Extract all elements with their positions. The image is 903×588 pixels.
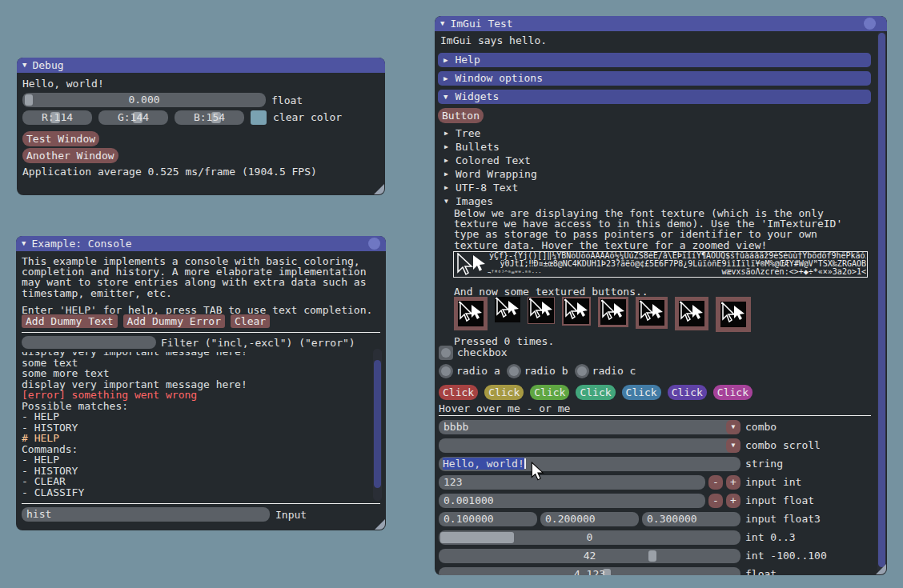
image-button[interactable] [636,297,668,329]
expand-arrow-icon: ▶ [444,140,450,154]
float-slider-2[interactable]: 4.123 [439,567,740,575]
image-button[interactable] [528,297,555,324]
float3-field[interactable]: 0.100000 [439,512,537,526]
collapsing-header[interactable]: ▶Window options [438,71,871,86]
log-line: # HELP [22,433,369,444]
test-window-button[interactable]: Test Window [22,131,99,146]
log-line: some more text [22,368,369,379]
string-input[interactable]: Hello, world! [439,457,740,471]
click-buttons: ClickClickClickClickClickClickClick [439,385,759,400]
increment-button[interactable]: + [726,494,740,508]
decrement-button[interactable]: - [708,475,723,490]
decrement-button[interactable]: - [708,494,723,508]
collapse-arrow-icon[interactable]: ▼ [22,236,26,251]
console-action-button[interactable]: Add Dummy Error [123,314,225,328]
collapse-arrow-icon[interactable]: ▼ [22,58,26,73]
int-input[interactable]: 123 [439,475,705,490]
log-line: [error] something went wrong [22,390,369,401]
click-button[interactable]: Click [576,385,615,400]
tree-node[interactable]: ▶Bullets [439,140,537,154]
int-slider[interactable]: 0 [439,530,740,545]
hello-text: Hello, world! [22,78,104,90]
tree-node-label: Tree [456,126,480,140]
radio-item[interactable]: radio c [575,364,636,378]
rgb-r-drag[interactable]: R:114 [22,110,92,125]
scrollbar-grab[interactable] [374,360,381,488]
image-button[interactable] [562,297,591,326]
another-window-button[interactable]: Another Window [22,148,118,163]
radio-label: radio a [456,364,500,378]
click-button[interactable]: Click [713,385,752,400]
scrollbar-grab[interactable] [878,33,885,567]
resize-grip[interactable] [374,184,384,194]
close-button[interactable] [368,238,380,250]
tree-node[interactable]: ▼Images [439,194,537,208]
tree-node[interactable]: ▶UTF-8 Text [439,181,537,194]
separator [22,332,380,333]
float-label: float [271,95,303,106]
test-scrollbar[interactable] [877,31,886,574]
click-button[interactable]: Click [530,385,569,400]
console-action-button[interactable]: Add Dummy Text [22,314,118,328]
int-slider-2-label: int -100..100 [745,549,827,563]
combo-box[interactable]: bbbb ▼ [439,420,740,434]
float-slider[interactable]: 0.000 [22,93,266,107]
click-button[interactable]: Click [668,385,707,400]
float3-label: input float3 [745,512,821,526]
texture-dot [721,302,723,304]
radio-circle[interactable] [507,364,521,378]
combo-arrow-button[interactable]: ▼ [726,420,740,434]
resize-grip[interactable] [375,519,385,530]
description-line: texture data. Hover the texture for a zo… [454,240,842,250]
increment-button[interactable]: + [726,475,740,490]
console-input[interactable]: hist [22,507,270,522]
radio-circle[interactable] [439,364,453,378]
combo-scroll-value [439,438,740,453]
console-scrollbar[interactable] [373,349,382,501]
radio-label: radio c [592,364,636,378]
collapsing-header[interactable]: ▼Widgets [438,90,871,104]
tree-node[interactable]: ▶Colored Text [439,154,537,167]
expand-arrow-icon: ▶ [444,181,450,194]
button-widget[interactable]: Button [438,108,484,123]
pressed-text: Pressed 0 times. [454,336,554,347]
tree-node-label: Word Wrapping [456,167,537,181]
collapsing-header[interactable]: ▶Help [438,53,871,67]
console-title-bar[interactable]: ▼ Example: Console [16,236,386,251]
float3-field[interactable]: 0.200000 [540,512,639,526]
float3-field[interactable]: 0.300000 [642,512,740,526]
combo-arrow-button[interactable]: ▼ [726,438,740,453]
debug-title-bar[interactable]: ▼ Debug [17,58,385,73]
header-label: Help [455,53,480,67]
close-button[interactable] [864,18,876,30]
image-button[interactable] [675,297,708,330]
tree-node[interactable]: ▶Tree [439,126,537,140]
font-texture-image[interactable]: ýÇf}-{Ÿj()[]‖¼ÝBÑòÙõóÃÂÀÄô½¼ÙúŽŠ8éÊ/â\ÈÞ… [453,251,868,278]
radio-circle[interactable] [575,364,589,378]
filter-input[interactable] [22,336,156,349]
console-action-button[interactable]: Clear [231,314,270,328]
click-button[interactable]: Click [622,385,661,400]
image-button[interactable] [495,297,520,322]
combo-scroll-label: combo scroll [745,438,821,453]
test-title-bar[interactable]: ▼ ImGui Test [435,16,887,31]
clear-color-swatch[interactable] [251,110,267,125]
radio-item[interactable]: radio b [507,364,568,378]
collapse-arrow-icon[interactable]: ▼ [440,16,444,31]
int-slider-2[interactable]: 42 [439,549,740,563]
rgb-g-drag[interactable]: G:144 [98,110,168,125]
checkbox[interactable] [439,346,453,360]
tree-node[interactable]: ▶Word Wrapping [439,167,537,181]
images-description: Below we are displaying the font texture… [454,208,842,250]
resize-grip[interactable] [876,564,886,574]
image-button[interactable] [598,297,628,327]
radio-item[interactable]: radio a [439,364,500,378]
combo-scroll-box[interactable]: ▼ [439,438,740,453]
click-button[interactable]: Click [484,385,524,400]
image-button[interactable] [454,297,488,330]
console-log: display very important message here!some… [22,352,369,500]
click-button[interactable]: Click [439,385,478,400]
image-button[interactable] [716,297,751,332]
float-input[interactable]: 0.001000 [439,494,705,508]
rgb-b-drag[interactable]: B:154 [175,110,244,125]
